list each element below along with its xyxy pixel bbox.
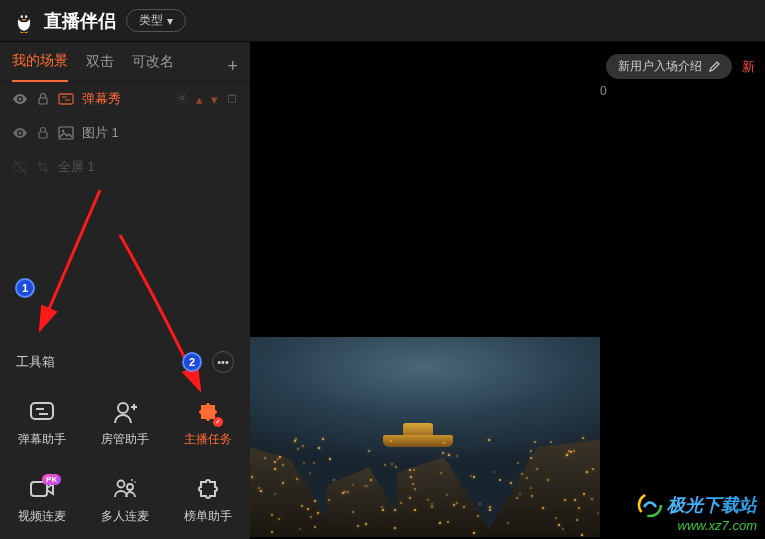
pk-badge: PK [42,474,61,485]
eye-icon[interactable] [12,125,28,141]
tab-doubleclick[interactable]: 双击 [86,53,114,81]
toolbox: 工具箱 ••• 弹幕助手 房管助手 ✓ 主播任务 PK 视频连麦 [0,339,250,539]
scene-name: 全屏 1 [58,158,238,176]
svg-point-2 [18,10,30,21]
eye-off-icon[interactable] [12,159,28,175]
svg-rect-11 [229,95,236,102]
scene-item-danmu[interactable]: 弹幕秀 ▴ ▾ [0,82,250,116]
title-bar: 直播伴侣 类型 ▾ [0,0,765,42]
watermark-url: www.xz7.com [637,518,757,533]
svg-point-10 [180,96,183,99]
scene-item-image[interactable]: 图片 1 [0,116,250,150]
type-label: 类型 [139,12,163,29]
multi-link-icon [112,476,138,502]
lock-icon[interactable] [36,92,50,106]
svg-rect-18 [31,403,53,419]
preview-area: 新用户入场介绍 新 0 [250,42,765,539]
add-scene-button[interactable]: + [227,56,238,77]
svg-rect-7 [59,94,73,104]
annotation-badge-1: 1 [15,278,35,298]
puzzle-icon: ✓ [195,399,221,425]
svg-point-3 [21,15,23,18]
room-admin-icon [112,399,138,425]
scene-tabs: 我的场景 双击 可改名 + [0,42,250,82]
svg-point-5 [19,98,22,101]
danmu-icon [58,91,74,107]
tool-danmu-helper[interactable]: 弹幕助手 [0,385,83,462]
gear-icon[interactable] [176,92,188,107]
toolbox-header: 工具箱 ••• [0,339,250,385]
svg-rect-15 [39,132,47,138]
svg-point-28 [134,481,136,483]
sidebar: 我的场景 双击 可改名 + 弹幕秀 ▴ ▾ [0,42,250,539]
tool-anchor-task[interactable]: ✓ 主播任务 [167,385,250,462]
svg-point-26 [127,484,133,490]
svg-point-21 [118,403,128,413]
up-icon[interactable]: ▴ [196,92,203,107]
image-icon [58,125,74,141]
scene-item-fullscreen[interactable]: 全屏 1 [0,150,250,184]
svg-rect-16 [59,127,73,139]
app-title: 直播伴侣 [44,9,116,33]
scene-list: 弹幕秀 ▴ ▾ 图片 1 全屏 1 [0,82,250,184]
watermark: 极光下载站 www.xz7.com [637,492,757,533]
annotation-badge-2: 2 [182,352,202,372]
svg-point-30 [637,492,663,518]
danmu-helper-icon [29,399,55,425]
scene-name: 弹幕秀 [82,90,168,108]
counter: 0 [600,84,607,98]
svg-rect-6 [39,98,47,104]
svg-point-17 [62,130,64,132]
crop-icon[interactable] [36,160,50,174]
video-link-icon: PK [29,476,55,502]
svg-point-14 [19,132,22,135]
down-icon[interactable]: ▾ [211,92,218,107]
edit-icon [708,61,720,73]
tool-video-link[interactable]: PK 视频连麦 [0,462,83,539]
tool-multi-link[interactable]: 多人连麦 [83,462,166,539]
penguin-icon [10,7,38,35]
scene-actions: ▴ ▾ [176,92,238,107]
scene-name: 图片 1 [82,124,238,142]
rank-icon [195,476,221,502]
tab-rename[interactable]: 可改名 [132,53,174,81]
eye-icon[interactable] [12,91,28,107]
alert-text[interactable]: 新 [742,58,755,76]
lock-icon[interactable] [36,126,50,140]
type-dropdown[interactable]: 类型 ▾ [126,9,186,32]
toolbox-title: 工具箱 [16,353,55,371]
tool-room-admin[interactable]: 房管助手 [83,385,166,462]
app-logo: 直播伴侣 [10,7,116,35]
svg-point-25 [117,481,124,488]
preview-image[interactable] [250,337,600,537]
watermark-logo-icon [637,492,663,518]
tool-rank-helper[interactable]: 榜单助手 [167,462,250,539]
intro-button[interactable]: 新用户入场介绍 [606,54,732,79]
notification-dot: ✓ [213,417,223,427]
tab-my-scenes[interactable]: 我的场景 [12,52,68,82]
content-topbar: 新用户入场介绍 新 [606,54,755,79]
watermark-name: 极光下载站 [667,493,757,517]
svg-rect-24 [31,482,47,496]
svg-point-27 [131,479,133,481]
more-button[interactable]: ••• [212,351,234,373]
trash-icon[interactable] [226,92,238,107]
svg-point-4 [25,15,27,18]
chevron-down-icon: ▾ [167,14,173,28]
